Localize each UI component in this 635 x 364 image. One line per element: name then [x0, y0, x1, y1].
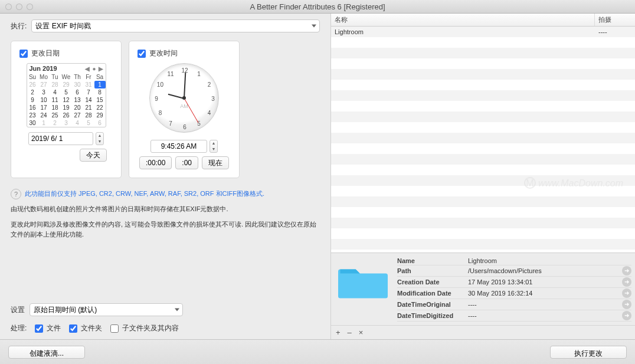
add-file-button[interactable]: +	[336, 328, 341, 337]
process-folders-label: 文件夹	[81, 323, 102, 333]
process-folders-checkbox[interactable]	[69, 324, 77, 333]
calendar-day[interactable]: 18	[50, 104, 61, 112]
remove-file-button[interactable]: –	[348, 328, 352, 337]
clear-files-button[interactable]: ×	[359, 328, 364, 337]
info-paragraph-2: 更改此时间戳涉及修改图像文件的内容, 这可能会导致图像文件的损坏使其不可读. 因…	[11, 219, 320, 240]
file-list[interactable]: Lightroom----	[331, 27, 635, 252]
calendar-day-next[interactable]: 4	[72, 119, 83, 127]
table-row-empty	[331, 48, 635, 58]
table-row-empty	[331, 228, 635, 239]
calendar-day[interactable]: 11	[50, 96, 61, 104]
calendar-day-prev[interactable]: 27	[38, 81, 50, 88]
time-stepper[interactable]: ▲▼	[210, 140, 218, 153]
now-button[interactable]: 现在	[202, 156, 229, 169]
table-row-empty	[331, 186, 635, 196]
detail-pane: NameLightroom Path/Users/macdown/Picture…	[331, 252, 635, 325]
calendar-day[interactable]: 22	[94, 104, 106, 112]
time-field[interactable]	[150, 140, 207, 153]
calendar-day[interactable]: 15	[94, 96, 106, 104]
date-field[interactable]	[28, 132, 93, 145]
detail-val-name: Lightroom	[468, 257, 631, 264]
use-mdate-icon[interactable]: ➜	[622, 288, 631, 298]
clock-number: 2	[208, 81, 211, 88]
calendar-day[interactable]: 23	[27, 112, 38, 119]
cal-today-icon[interactable]: ●	[92, 65, 96, 72]
calendar-day[interactable]: 14	[83, 96, 94, 104]
zero-seconds-button[interactable]: :00:00	[139, 156, 172, 169]
table-row-empty	[331, 165, 635, 175]
calendar-day-prev[interactable]: 29	[61, 81, 72, 88]
clock-number: 10	[157, 81, 163, 88]
calendar-day[interactable]: 4	[50, 88, 61, 96]
detail-key-dtd: DateTimeDigitized	[397, 312, 468, 319]
calendar-nav[interactable]: ◀ ● ▶	[85, 65, 103, 72]
calendar-day[interactable]: 19	[61, 104, 72, 112]
cal-next-icon[interactable]: ▶	[99, 65, 103, 72]
settings-select[interactable]: 原始日期时间 (默认)	[30, 303, 183, 316]
calendar-day[interactable]: 8	[94, 88, 106, 96]
calendar-day-prev[interactable]: 28	[50, 81, 61, 88]
calendar-day[interactable]: 29	[94, 112, 106, 119]
calendar-day[interactable]: 16	[27, 104, 38, 112]
use-cdate-icon[interactable]: ➜	[622, 277, 631, 287]
calendar-day[interactable]: 28	[83, 112, 94, 119]
cal-prev-icon[interactable]: ◀	[85, 65, 90, 72]
calendar-day-next[interactable]: 3	[61, 119, 72, 127]
change-time-checkbox[interactable]	[138, 50, 146, 58]
clock-number: 11	[167, 71, 174, 77]
calendar-day[interactable]: 13	[72, 96, 83, 104]
calendar-day[interactable]: 25	[50, 112, 61, 119]
help-icon[interactable]: ?	[11, 189, 21, 199]
calendar-day-prev[interactable]: 26	[27, 81, 38, 88]
clock-number: 3	[211, 96, 215, 102]
weekday-header: We	[61, 73, 72, 81]
clock-pin	[182, 96, 186, 100]
reveal-path-icon[interactable]: ➜	[622, 266, 631, 276]
process-subfolders-checkbox[interactable]	[110, 324, 119, 333]
date-stepper[interactable]: ▲▼	[96, 132, 104, 145]
calendar-day[interactable]: 21	[83, 104, 94, 112]
action-select[interactable]: 设置 EXIF 时间戳	[31, 19, 320, 32]
calendar-day[interactable]: 12	[61, 96, 72, 104]
col-shot[interactable]: 拍摄	[595, 14, 635, 26]
calendar[interactable]: Jun 2019 ◀ ● ▶ SuMoTuWeThFrSa26272829303…	[27, 63, 106, 127]
col-name[interactable]: 名称	[331, 14, 595, 26]
table-row[interactable]: Lightroom----	[331, 27, 635, 37]
use-dtd-icon[interactable]: ➜	[622, 311, 631, 320]
calendar-day-prev[interactable]: 30	[72, 81, 83, 88]
calendar-day[interactable]: 6	[72, 88, 83, 96]
calendar-day[interactable]: 7	[83, 88, 94, 96]
calendar-day[interactable]: 24	[38, 112, 50, 119]
apply-changes-button[interactable]: 执行更改	[550, 346, 627, 359]
calendar-month: Jun 2019	[30, 65, 57, 72]
table-row-empty	[331, 112, 635, 122]
use-dto-icon[interactable]: ➜	[622, 300, 631, 309]
calendar-day[interactable]: 10	[38, 96, 50, 104]
calendar-day-prev[interactable]: 31	[83, 81, 94, 88]
calendar-day[interactable]: 26	[61, 112, 72, 119]
calendar-day[interactable]: 20	[72, 104, 83, 112]
calendar-day[interactable]: 5	[61, 88, 72, 96]
today-button[interactable]: 今天	[80, 149, 107, 162]
calendar-day[interactable]: 3	[38, 88, 50, 96]
create-droplet-button[interactable]: 创建液滴...	[8, 346, 85, 359]
calendar-day[interactable]: 1	[94, 81, 106, 88]
calendar-day-next[interactable]: 1	[38, 119, 50, 127]
calendar-day-next[interactable]: 2	[50, 119, 61, 127]
calendar-day[interactable]: 17	[38, 104, 50, 112]
zero-minutes-button[interactable]: :00	[175, 156, 198, 169]
calendar-day[interactable]: 27	[72, 112, 83, 119]
right-pane: 名称 拍摄 Lightroom---- NameLightroom Path/U…	[330, 14, 635, 339]
time-panel: 更改时间 121234567891011 AM ▲▼ :00:00 :00 现在	[129, 41, 240, 178]
detail-val-cdate: 17 May 2019 13:34:01	[468, 278, 622, 286]
process-files-checkbox[interactable]	[35, 324, 43, 333]
change-date-checkbox[interactable]	[19, 50, 28, 58]
calendar-day-next[interactable]: 6	[94, 119, 106, 127]
calendar-day-next[interactable]: 5	[83, 119, 94, 127]
analog-clock[interactable]: 121234567891011 AM	[149, 63, 219, 133]
change-time-label: 更改时间	[149, 48, 178, 58]
calendar-day[interactable]: 30	[27, 119, 38, 127]
calendar-day[interactable]: 9	[27, 96, 38, 104]
table-row-empty	[331, 37, 635, 48]
calendar-day[interactable]: 2	[27, 88, 38, 96]
